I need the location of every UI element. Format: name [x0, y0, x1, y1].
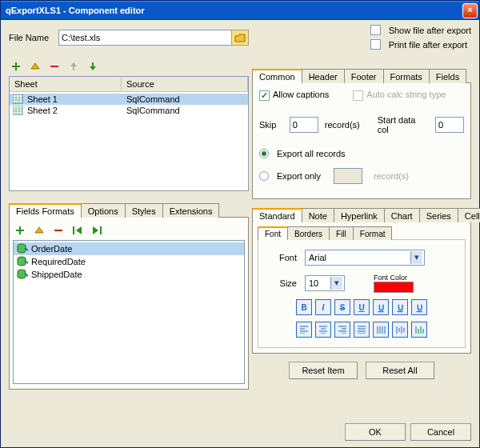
browse-folder-icon[interactable]	[231, 30, 249, 46]
field-row[interactable]: RequiredDate	[14, 255, 244, 268]
field-name: RequiredDate	[31, 257, 86, 266]
export-only-label: Export only	[277, 171, 321, 181]
font-select[interactable]: Arial▾	[305, 250, 425, 266]
sheet-source: SqlCommand	[126, 94, 180, 104]
underline3-button[interactable]: U̲	[392, 299, 408, 315]
records-label-2: record(s)	[374, 171, 409, 181]
size-select[interactable]: 10▾	[305, 275, 345, 291]
tab-fields-formats[interactable]: Fields Formats	[9, 203, 82, 218]
tab-borders[interactable]: Borders	[287, 226, 330, 240]
sheet-row[interactable]: Sheet 1 SqlCommand	[10, 94, 248, 105]
tab-styles[interactable]: Styles	[125, 203, 163, 218]
show-after-export-checkbox[interactable]	[370, 25, 381, 35]
print-after-export-label: Print file after export	[389, 40, 467, 50]
underline4-button[interactable]: U̲	[411, 299, 427, 315]
align-center-button[interactable]	[315, 322, 331, 338]
remove-icon[interactable]	[47, 59, 62, 74]
tab-extensions[interactable]: Extensions	[162, 203, 220, 218]
cancel-button[interactable]: Cancel	[410, 423, 471, 441]
italic-button[interactable]: I	[315, 299, 331, 315]
tab-footer[interactable]: Footer	[344, 69, 384, 83]
titlebar[interactable]: qExportXLS1 - Component editor ×	[1, 1, 479, 20]
export-all-label: Export all records	[277, 149, 346, 158]
close-icon[interactable]: ×	[462, 3, 478, 18]
col-source[interactable]: Source	[122, 77, 248, 91]
show-after-export-label: Show file after export	[389, 26, 471, 35]
field-name: ShippedDate	[31, 270, 82, 279]
db-field-icon	[17, 269, 28, 280]
align-justify-button[interactable]	[354, 322, 370, 338]
tab-options[interactable]: Options	[81, 203, 126, 218]
db-field-icon	[17, 243, 28, 254]
add-icon[interactable]	[9, 59, 23, 74]
up-yellow-icon[interactable]	[32, 223, 46, 238]
remove-icon[interactable]	[51, 223, 66, 238]
tab-series[interactable]: Series	[419, 208, 458, 222]
reset-item-button[interactable]: Reset Item	[289, 362, 358, 379]
font-label: Font	[265, 253, 297, 262]
skip-input[interactable]	[290, 117, 318, 133]
sheet-name: Sheet 1	[27, 94, 126, 104]
field-row[interactable]: OrderDate	[14, 242, 244, 255]
expand-left-icon[interactable]	[70, 223, 85, 238]
allow-captions-checkbox[interactable]: ✓	[259, 90, 270, 101]
tab-formats[interactable]: Formats	[383, 69, 430, 83]
underline2-button[interactable]: U̲	[373, 299, 389, 315]
font-value: Arial	[309, 253, 326, 262]
font-color-label: Font Color	[374, 274, 414, 282]
svg-rect-0	[13, 94, 22, 103]
tab-format[interactable]: Format	[353, 226, 393, 240]
sheet-source: SqlCommand	[126, 106, 180, 115]
tab-header[interactable]: Header	[302, 69, 345, 83]
tab-note[interactable]: Note	[302, 208, 334, 222]
tab-hyperlink[interactable]: Hyperlink	[334, 208, 385, 222]
sheet-list[interactable]: Sheet Source Sheet 1 SqlCommand Sheet 2 …	[9, 76, 249, 191]
font-color-swatch[interactable]	[374, 282, 414, 293]
field-list[interactable]: OrderDate RequiredDate ShippedDate	[13, 240, 245, 384]
col-sheet[interactable]: Sheet	[10, 77, 122, 91]
underline-button[interactable]: U	[354, 299, 370, 315]
records-label: record(s)	[325, 120, 360, 130]
tab-fill[interactable]: Fill	[329, 226, 354, 240]
start-col-input[interactable]	[435, 117, 464, 133]
valign-bottom-button[interactable]	[411, 322, 427, 338]
size-value: 10	[309, 278, 318, 288]
align-right-button[interactable]	[334, 322, 350, 338]
sheet-row[interactable]: Sheet 2 SqlCommand	[10, 105, 248, 116]
reset-all-button[interactable]: Reset All	[366, 362, 434, 379]
export-all-radio[interactable]	[259, 149, 269, 158]
strike-button[interactable]: S	[334, 299, 350, 315]
tab-standard[interactable]: Standard	[252, 208, 302, 222]
tab-chart[interactable]: Chart	[384, 208, 420, 222]
tab-font[interactable]: Font	[258, 226, 288, 240]
ok-button[interactable]: OK	[345, 423, 406, 441]
up-yellow-icon[interactable]	[28, 59, 42, 74]
expand-right-icon[interactable]	[90, 223, 104, 238]
field-row[interactable]: ShippedDate	[14, 268, 244, 281]
field-name: OrderDate	[31, 244, 72, 254]
bold-button[interactable]: B	[296, 299, 312, 315]
allow-captions-label: Allow captions	[273, 90, 329, 99]
auto-calc-checkbox	[353, 90, 363, 101]
align-left-button[interactable]	[296, 322, 312, 338]
size-label: Size	[265, 278, 297, 288]
window-title: qExportXLS1 - Component editor	[6, 6, 462, 15]
chevron-down-icon: ▾	[410, 251, 422, 264]
move-down-icon[interactable]	[86, 59, 100, 74]
move-up-icon[interactable]	[66, 59, 81, 74]
add-icon[interactable]	[13, 223, 27, 238]
sheet-icon	[13, 106, 24, 115]
valign-middle-button[interactable]	[392, 322, 408, 338]
tab-cell[interactable]: Cell	[458, 208, 480, 222]
tab-fields[interactable]: Fields	[429, 69, 466, 83]
auto-calc-label: Auto calc string type	[366, 90, 446, 99]
filename-label: File Name	[9, 33, 54, 42]
valign-top-button[interactable]	[373, 322, 389, 338]
sheet-name: Sheet 2	[27, 106, 126, 115]
chevron-down-icon: ▾	[330, 277, 342, 290]
export-only-input	[334, 168, 362, 184]
filename-input[interactable]	[58, 30, 232, 46]
print-after-export-checkbox[interactable]	[370, 39, 381, 50]
export-only-radio[interactable]	[259, 171, 269, 181]
tab-common[interactable]: Common	[252, 69, 302, 83]
